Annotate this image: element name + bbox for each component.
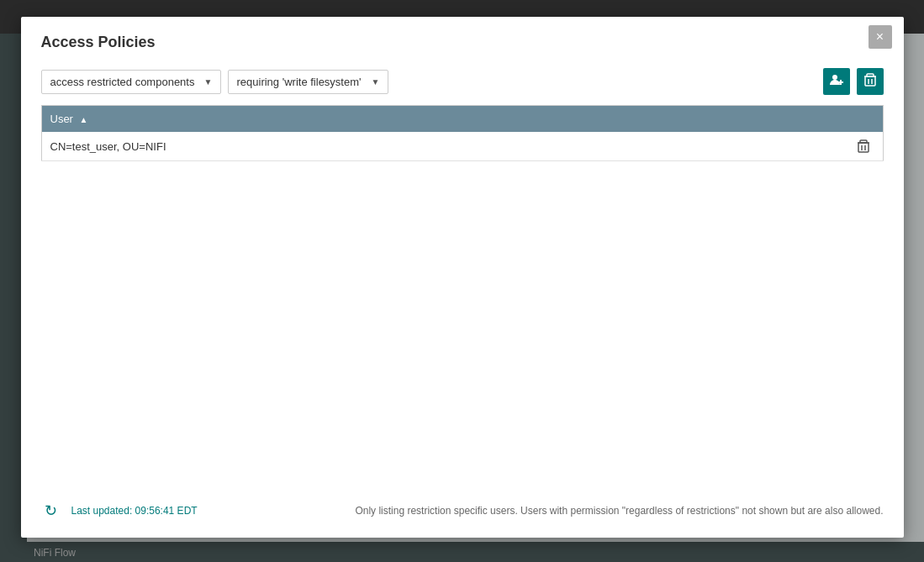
svg-rect-3 (865, 76, 875, 86)
sort-asc-icon: ▲ (80, 115, 88, 124)
modal-overlay: Access Policies × access restricted comp… (0, 0, 924, 562)
user-cell: CN=test_user, OU=NIFI (41, 132, 844, 161)
policies-table: User ▲ CN=test_user, OU=NIFI (41, 105, 884, 161)
table-header-row: User ▲ (41, 106, 883, 133)
add-user-icon (830, 73, 843, 90)
refresh-button[interactable]: ↻ (41, 501, 61, 521)
user-column-header[interactable]: User ▲ (41, 106, 844, 133)
footer-note: Only listing restriction specific users.… (355, 505, 883, 517)
modal-close-button[interactable]: × (869, 25, 892, 49)
svg-rect-8 (858, 143, 869, 152)
svg-point-0 (832, 75, 837, 80)
policies-table-body: CN=test_user, OU=NIFI (41, 132, 883, 161)
last-updated-text: Last updated: 09:56:41 EDT (71, 505, 198, 517)
action-dropdown[interactable]: requiring 'write filesystem'requiring 'r… (228, 70, 388, 94)
access-policies-modal: Access Policies × access restricted comp… (21, 17, 904, 538)
last-updated-time: 09:56:41 EDT (135, 505, 198, 517)
policy-dropdown[interactable]: access restricted componentsaccess the U… (41, 70, 221, 94)
policy-dropdown-wrapper: access restricted componentsaccess the U… (41, 70, 221, 94)
add-user-button[interactable] (823, 68, 850, 95)
row-delete-button[interactable] (853, 138, 874, 155)
refresh-icon: ↻ (45, 502, 57, 520)
delete-policy-button[interactable] (857, 68, 884, 95)
modal-footer: ↻ Last updated: 09:56:41 EDT Only listin… (41, 487, 884, 521)
row-actions-cell (844, 132, 884, 161)
actions-column-header (844, 106, 884, 133)
table-row: CN=test_user, OU=NIFI (41, 132, 883, 161)
modal-title: Access Policies (41, 34, 884, 51)
action-dropdown-wrapper: requiring 'write filesystem'requiring 'r… (228, 70, 388, 94)
controls-row: access restricted componentsaccess the U… (41, 68, 884, 95)
trash-icon (864, 73, 876, 90)
